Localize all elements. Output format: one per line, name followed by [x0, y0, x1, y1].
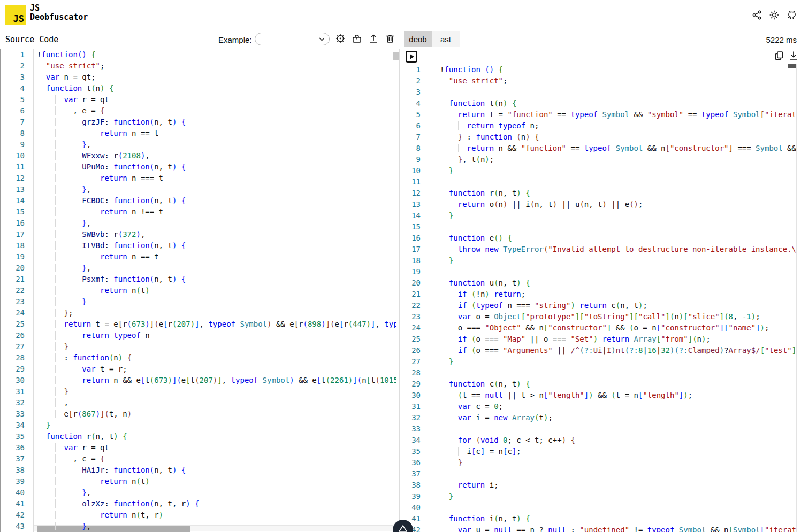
tab-ast[interactable]: ast: [432, 31, 460, 47]
code-line: var n = qt;: [37, 72, 396, 83]
code-line: return n !== t: [37, 206, 396, 218]
line-number: 3: [405, 87, 421, 98]
line-number: 21: [1, 274, 25, 285]
code-line: [440, 176, 797, 188]
tab-deob[interactable]: deob: [404, 31, 432, 47]
line-number: 21: [405, 289, 421, 300]
output-editor[interactable]: 1234567891011121314151617181920212223242…: [405, 64, 801, 532]
example-select[interactable]: [255, 33, 330, 45]
line-number: 16: [405, 233, 421, 244]
code-line: var r = qt: [37, 94, 396, 105]
line-number: 15: [1, 206, 25, 218]
line-number: 14: [1, 195, 25, 206]
line-number: 11: [405, 176, 421, 188]
output-editor-vscrollbar[interactable]: [788, 64, 797, 532]
code-line: function c(n, t) {: [440, 379, 797, 390]
trash-icon[interactable]: [385, 33, 395, 44]
download-icon[interactable]: [788, 50, 799, 61]
code-line: } : function (n) {: [440, 132, 797, 143]
line-number: 18: [1, 240, 25, 251]
code-line: HAiJr: function(n, t) {: [37, 465, 396, 476]
copy-icon[interactable]: [774, 50, 784, 61]
code-line: function r(n, t) {: [37, 431, 396, 442]
line-number: 28: [405, 367, 421, 379]
line-number: 13: [405, 199, 421, 210]
line-number: 30: [405, 390, 421, 401]
code-line: }: [37, 420, 396, 431]
code-line: return i;: [440, 480, 797, 491]
output-editor-gutter: 1234567891011121314151617181920212223242…: [405, 64, 438, 532]
chevron-down-icon: [319, 37, 325, 41]
line-number: 38: [405, 480, 421, 491]
output-editor-code[interactable]: !function () { "use strict"; function t(…: [439, 64, 797, 532]
line-number: 17: [405, 244, 421, 255]
example-label: Example:: [218, 35, 252, 44]
code-line: return n(t): [37, 476, 396, 487]
source-editor[interactable]: 1234567891011121314151617181920212223242…: [0, 49, 400, 532]
code-line: [440, 266, 797, 277]
run-button[interactable]: [406, 51, 417, 63]
line-number: 39: [1, 476, 25, 487]
line-number: 36: [1, 442, 25, 453]
code-line: return n && "function" == typeof Symbol …: [440, 143, 797, 154]
line-number: 1: [1, 49, 25, 60]
line-number: 20: [1, 263, 25, 274]
code-line: (t == null || t > n["length"]) && (t = n…: [440, 390, 797, 401]
code-line: return typeof n;: [440, 120, 797, 132]
code-line: [440, 502, 797, 513]
settings-gear-icon[interactable]: [335, 33, 346, 44]
line-number: 8: [1, 128, 25, 139]
line-number: 29: [1, 364, 25, 375]
code-line: var i = new Array(t);: [440, 412, 797, 423]
line-number: 27: [1, 341, 25, 352]
code-line: WFxxw: r(2108),: [37, 150, 396, 161]
line-number: 22: [405, 300, 421, 311]
code-line: };: [37, 307, 396, 319]
code-line: var u = null == n ? null : "undefined" !…: [440, 525, 797, 532]
line-number: 5: [1, 94, 25, 105]
line-number: 26: [405, 345, 421, 356]
code-line: for (void 0; c < t; c++) {: [440, 435, 797, 446]
code-line: FCBOC: function(n, t) {: [37, 195, 396, 206]
code-line: return n == t: [37, 251, 396, 263]
code-line: var t = r;: [37, 364, 396, 375]
code-line: if (typeof n === "string") return c(n, t…: [440, 300, 797, 311]
line-number: 6: [405, 120, 421, 132]
github-icon[interactable]: [787, 10, 796, 20]
line-number: 38: [1, 465, 25, 476]
code-line: if (!n) return;: [440, 289, 797, 300]
code-line: if (o === "Map" || o === "Set") return A…: [440, 334, 797, 345]
code-line: return o(n) || i(n, t) || u(n, t) || e()…: [440, 199, 797, 210]
code-line: return n(t): [37, 285, 396, 296]
source-editor-code[interactable]: !function() { "use strict"; var n = qt; …: [34, 49, 396, 532]
source-code-label: Source Code: [5, 35, 58, 44]
line-number: 25: [405, 334, 421, 345]
line-number: 1: [405, 64, 421, 75]
output-tabs: deob ast: [404, 31, 460, 47]
code-line: },: [37, 521, 396, 532]
code-line: i[c] = n[c];: [440, 446, 797, 457]
code-line: return typeof n: [37, 330, 396, 341]
code-line: function r(n, t) {: [440, 188, 797, 199]
code-line: }: [37, 386, 396, 397]
line-number: 3: [1, 72, 25, 83]
line-number: 12: [405, 188, 421, 199]
code-line: },: [37, 263, 396, 274]
line-number: 2: [405, 75, 421, 87]
toolbox-icon[interactable]: [352, 33, 362, 44]
upload-icon[interactable]: [368, 33, 379, 44]
line-number: 4: [405, 98, 421, 109]
code-line: ,: [37, 397, 396, 408]
code-line: !function () {: [440, 64, 797, 75]
source-editor-vscrollbar[interactable]: [393, 52, 400, 60]
theme-toggle-icon[interactable]: [769, 10, 779, 20]
code-line: "use strict";: [440, 75, 797, 87]
line-number: 25: [1, 319, 25, 330]
app-title: JS Deobfuscator: [30, 4, 88, 22]
line-number: 18: [405, 255, 421, 266]
code-line: var c = 0;: [440, 401, 797, 412]
code-line: var o = Object["prototype"]["toString"][…: [440, 311, 797, 322]
code-line: }, t(n);: [440, 154, 797, 165]
share-icon[interactable]: [752, 10, 762, 20]
line-number: 31: [1, 386, 25, 397]
